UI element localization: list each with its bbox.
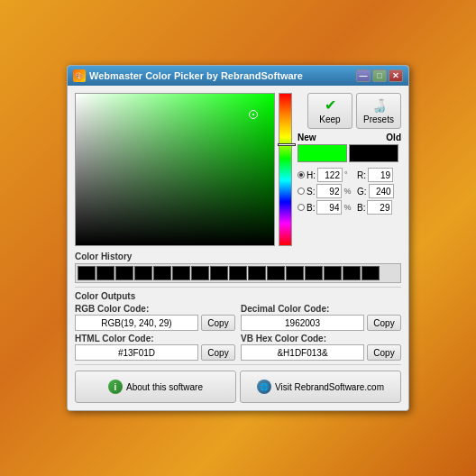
b-label-rgb: B: — [357, 203, 365, 213]
swatch-old — [349, 144, 398, 162]
decimal-output-group: Decimal Color Code: Copy — [241, 304, 401, 331]
r-row: R: — [357, 168, 401, 182]
s-input[interactable] — [316, 184, 342, 198]
b-row-rgb: B: — [357, 200, 401, 215]
history-swatch-2[interactable] — [96, 266, 114, 280]
title-bar-left: 🎨 Webmaster Color Picker by RebrandSoftw… — [73, 69, 303, 82]
bottom-buttons: i About this software 🌐 Visit RebrandSof… — [75, 371, 401, 403]
rgb-output-row: Copy — [75, 315, 235, 331]
about-button[interactable]: i About this software — [75, 371, 236, 403]
history-swatch-14[interactable] — [324, 266, 342, 280]
color-history-label: Color History — [75, 252, 401, 261]
h-radio[interactable] — [298, 171, 305, 178]
s-label: S: — [307, 187, 315, 197]
history-swatch-3[interactable] — [115, 266, 133, 280]
html-output-label: HTML Color Code: — [75, 334, 235, 343]
outputs-title: Color Outputs — [75, 291, 401, 301]
g-label: G: — [357, 187, 367, 197]
history-swatch-13[interactable] — [305, 266, 323, 280]
history-swatch-15[interactable] — [343, 266, 361, 280]
b-row: B: % — [298, 200, 353, 215]
history-swatch-12[interactable] — [286, 266, 304, 280]
h-unit: ° — [344, 170, 353, 179]
minimize-button[interactable]: — — [356, 69, 371, 82]
history-swatch-7[interactable] — [191, 266, 209, 280]
vbhex-copy-button[interactable]: Copy — [367, 344, 401, 361]
vbhex-output-label: VB Hex Color Code: — [241, 334, 401, 343]
window-title: Webmaster Color Picker by RebrandSoftwar… — [89, 70, 303, 81]
h-input[interactable] — [317, 168, 343, 182]
history-swatch-6[interactable] — [172, 266, 190, 280]
presets-label: Presets — [363, 114, 394, 124]
keep-label: Keep — [319, 114, 340, 124]
about-label: About this software — [126, 382, 203, 392]
spectrum-indicator — [278, 143, 296, 146]
history-swatch-11[interactable] — [267, 266, 285, 280]
visit-label: Visit RebrandSoftware.com — [275, 382, 384, 392]
decimal-output-row: Copy — [241, 315, 401, 331]
rgb-copy-button[interactable]: Copy — [201, 315, 235, 331]
r-input[interactable] — [368, 168, 393, 182]
r-label: R: — [357, 170, 366, 180]
color-swatch-row — [298, 144, 401, 162]
new-old-labels: New Old — [298, 133, 401, 142]
close-button[interactable]: ✕ — [389, 69, 403, 82]
vbhex-output-row: Copy — [241, 344, 401, 361]
history-swatch-1[interactable] — [78, 266, 96, 280]
g-row: G: — [357, 184, 401, 198]
old-label: Old — [386, 133, 401, 142]
output-grid: RGB Color Code: Copy Decimal Color Code:… — [75, 304, 401, 361]
right-panel: ✔ Keep 🍶 Presets New Old — [298, 93, 401, 246]
outputs-section: Color Outputs RGB Color Code: Copy Decim… — [75, 291, 401, 361]
history-swatch-9[interactable] — [229, 266, 247, 280]
history-swatch-5[interactable] — [153, 266, 171, 280]
title-controls: — □ ✕ — [356, 69, 403, 82]
history-swatch-4[interactable] — [134, 266, 152, 280]
rgb-output-group: RGB Color Code: Copy — [75, 304, 235, 331]
app-icon: 🎨 — [73, 69, 86, 82]
new-old-section: New Old — [298, 133, 401, 162]
hsb-rgb-section: H: ° S: % B: — [298, 168, 401, 215]
color-history-section: Color History — [75, 252, 401, 283]
html-output-field[interactable] — [75, 344, 198, 361]
window-body: ✔ Keep 🍶 Presets New Old — [68, 86, 408, 410]
new-label: New — [298, 133, 316, 142]
html-copy-button[interactable]: Copy — [201, 344, 235, 361]
vbhex-output-field[interactable] — [241, 344, 364, 361]
rgb-column: R: G: B: — [357, 168, 401, 215]
info-icon: i — [108, 380, 123, 394]
divider-2 — [75, 364, 401, 365]
decimal-copy-button[interactable]: Copy — [367, 315, 401, 331]
b-input[interactable] — [316, 200, 342, 215]
web-icon: 🌐 — [257, 380, 271, 394]
decimal-output-field[interactable] — [241, 315, 364, 331]
rgb-output-label: RGB Color Code: — [75, 304, 235, 314]
visit-button[interactable]: 🌐 Visit RebrandSoftware.com — [240, 371, 401, 403]
main-window: 🎨 Webmaster Color Picker by RebrandSoftw… — [67, 65, 409, 411]
b-unit: % — [343, 203, 352, 212]
history-swatches — [75, 263, 401, 283]
s-row: S: % — [298, 184, 353, 198]
h-label: H: — [307, 170, 316, 180]
h-row: H: ° — [298, 168, 353, 182]
keep-button[interactable]: ✔ Keep — [307, 93, 352, 129]
presets-button[interactable]: 🍶 Presets — [356, 93, 401, 129]
b-input-rgb[interactable] — [367, 200, 392, 215]
b-radio[interactable] — [298, 204, 305, 211]
history-swatch-8[interactable] — [210, 266, 228, 280]
s-unit: % — [343, 187, 352, 196]
top-buttons: ✔ Keep 🍶 Presets — [298, 93, 401, 129]
spectrum-bar[interactable] — [279, 93, 292, 246]
divider-1 — [75, 287, 401, 288]
decimal-output-label: Decimal Color Code: — [241, 304, 401, 314]
maximize-button[interactable]: □ — [372, 69, 387, 82]
history-swatch-10[interactable] — [248, 266, 266, 280]
g-input[interactable] — [369, 184, 394, 198]
color-gradient[interactable] — [75, 93, 275, 246]
gradient-inner — [76, 94, 274, 245]
history-swatch-16[interactable] — [362, 266, 380, 280]
rgb-output-field[interactable] — [75, 315, 198, 331]
vbhex-output-group: VB Hex Color Code: Copy — [241, 334, 401, 361]
s-radio[interactable] — [298, 188, 305, 195]
color-picker-area — [75, 93, 292, 246]
